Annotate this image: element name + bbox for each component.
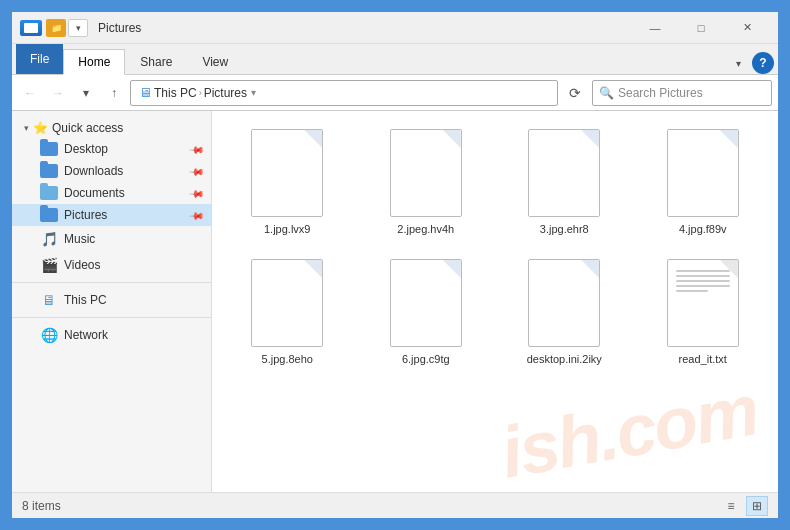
maximize-button[interactable]: □	[678, 12, 724, 44]
sidebar-item-pictures[interactable]: Pictures 📌	[12, 204, 211, 226]
ribbon-collapse-button[interactable]: ▾	[728, 53, 748, 73]
quick-access-toolbar: 📁 ▾	[46, 19, 88, 37]
qa-dropdown-btn[interactable]: ▾	[68, 19, 88, 37]
file-name-5: 6.jpg.c9tg	[402, 353, 450, 365]
file-name-7: read_it.txt	[679, 353, 727, 365]
sidebar-section-quick-access[interactable]: ▾ ⭐ Quick access	[12, 115, 211, 138]
sidebar-item-music[interactable]: 🎵 Music	[12, 226, 211, 252]
search-placeholder: Search Pictures	[618, 86, 703, 100]
file-icon-0	[251, 129, 323, 217]
ribbon-tabs: File Home Share View ▾ ?	[12, 44, 778, 74]
refresh-button[interactable]: ⟳	[562, 80, 588, 106]
videos-icon: 🎬	[40, 256, 58, 274]
path-segment-thispc: 🖥 This PC	[139, 85, 197, 100]
quick-access-arrow: ▾	[24, 123, 29, 133]
file-item-2[interactable]: 3.jpg.ehr8	[499, 121, 630, 243]
sidebar-divider-1	[12, 282, 211, 283]
file-name-2: 3.jpg.ehr8	[540, 223, 589, 235]
file-grid: 1.jpg.lvx9 2.jpeg.hv4h 3.jpg.ehr8 4.jpg.…	[212, 111, 778, 492]
file-icon-6	[528, 259, 600, 347]
minimize-button[interactable]: —	[632, 12, 678, 44]
title-bar: 📁 ▾ Pictures — □ ✕	[12, 12, 778, 44]
sidebar-item-network[interactable]: 🌐 Network	[12, 322, 211, 348]
file-name-0: 1.jpg.lvx9	[264, 223, 310, 235]
qa-save-btn[interactable]: 📁	[46, 19, 66, 37]
file-name-1: 2.jpeg.hv4h	[397, 223, 454, 235]
window-icon	[20, 20, 42, 36]
view-details-button[interactable]: ≡	[720, 496, 742, 516]
file-item-5[interactable]: 6.jpg.c9tg	[361, 251, 492, 373]
view-large-icons-button[interactable]: ⊞	[746, 496, 768, 516]
file-item-4[interactable]: 5.jpg.8eho	[222, 251, 353, 373]
downloads-folder-icon	[40, 164, 58, 178]
sidebar-label-videos: Videos	[64, 258, 100, 272]
up-button[interactable]: ↑	[102, 81, 126, 105]
path-dropdown[interactable]: ▾	[251, 87, 256, 98]
ribbon-help: ▾ ?	[728, 52, 774, 74]
file-icon-7	[667, 259, 739, 347]
pin-icon-downloads: 📌	[189, 163, 205, 179]
sidebar-label-network: Network	[64, 328, 108, 342]
file-item-7[interactable]: read_it.txt	[638, 251, 769, 373]
sidebar-label-downloads: Downloads	[64, 164, 123, 178]
close-button[interactable]: ✕	[724, 12, 770, 44]
watermark: ish.com	[495, 368, 763, 492]
file-icon-3	[667, 129, 739, 217]
file-icon-4	[251, 259, 323, 347]
file-explorer-window: 📁 ▾ Pictures — □ ✕ File Home Share View	[10, 10, 780, 520]
tab-share[interactable]: Share	[125, 48, 187, 74]
sidebar-divider-2	[12, 317, 211, 318]
file-name-4: 5.jpg.8eho	[262, 353, 313, 365]
tab-home[interactable]: Home	[63, 49, 125, 75]
path-segment-pictures: Pictures	[204, 86, 247, 100]
file-name-6: desktop.ini.2iky	[527, 353, 602, 365]
tab-file[interactable]: File	[16, 44, 63, 74]
sidebar-item-videos[interactable]: 🎬 Videos	[12, 252, 211, 278]
item-count: 8 items	[22, 499, 61, 513]
search-icon: 🔍	[599, 86, 614, 100]
status-bar: 8 items ≡ ⊞	[12, 492, 778, 518]
sidebar-label-pictures: Pictures	[64, 208, 107, 222]
quick-access-label: Quick access	[52, 121, 123, 135]
title-controls: — □ ✕	[632, 12, 770, 44]
title-bar-left: 📁 ▾ Pictures	[20, 19, 632, 37]
sidebar-label-desktop: Desktop	[64, 142, 108, 156]
file-item-6[interactable]: desktop.ini.2iky	[499, 251, 630, 373]
file-icon-5	[390, 259, 462, 347]
sidebar-label-thispc: This PC	[64, 293, 107, 307]
file-name-3: 4.jpg.f89v	[679, 223, 727, 235]
documents-folder-icon	[40, 186, 58, 200]
network-icon: 🌐	[40, 326, 58, 344]
pictures-folder-icon	[40, 208, 58, 222]
file-item-1[interactable]: 2.jpeg.hv4h	[361, 121, 492, 243]
forward-button[interactable]: →	[46, 81, 70, 105]
pin-icon-pictures: 📌	[189, 207, 205, 223]
file-item-3[interactable]: 4.jpg.f89v	[638, 121, 769, 243]
status-bar-right: ≡ ⊞	[720, 496, 768, 516]
pin-icon-desktop: 📌	[189, 141, 205, 157]
path-arrow-1: ›	[199, 88, 202, 98]
tab-view[interactable]: View	[187, 48, 243, 74]
file-item-0[interactable]: 1.jpg.lvx9	[222, 121, 353, 243]
main-content: ▾ ⭐ Quick access Desktop 📌 Downloads 📌 D…	[12, 111, 778, 492]
sidebar-item-thispc[interactable]: 🖥 This PC	[12, 287, 211, 313]
sidebar-label-music: Music	[64, 232, 95, 246]
back-button[interactable]: ←	[18, 81, 42, 105]
sidebar-label-documents: Documents	[64, 186, 125, 200]
help-button[interactable]: ?	[752, 52, 774, 74]
address-bar: ← → ▾ ↑ 🖥 This PC › Pictures ▾ ⟳ 🔍 Searc…	[12, 75, 778, 111]
sidebar: ▾ ⭐ Quick access Desktop 📌 Downloads 📌 D…	[12, 111, 212, 492]
sidebar-item-documents[interactable]: Documents 📌	[12, 182, 211, 204]
thispc-icon: 🖥	[40, 291, 58, 309]
file-icon-1	[390, 129, 462, 217]
music-icon: 🎵	[40, 230, 58, 248]
search-box[interactable]: 🔍 Search Pictures	[592, 80, 772, 106]
pin-icon-documents: 📌	[189, 185, 205, 201]
file-icon-2	[528, 129, 600, 217]
address-path[interactable]: 🖥 This PC › Pictures ▾	[130, 80, 558, 106]
sidebar-item-desktop[interactable]: Desktop 📌	[12, 138, 211, 160]
ribbon: File Home Share View ▾ ?	[12, 44, 778, 75]
sidebar-item-downloads[interactable]: Downloads 📌	[12, 160, 211, 182]
recent-locations-button[interactable]: ▾	[74, 81, 98, 105]
window-title: Pictures	[98, 21, 141, 35]
